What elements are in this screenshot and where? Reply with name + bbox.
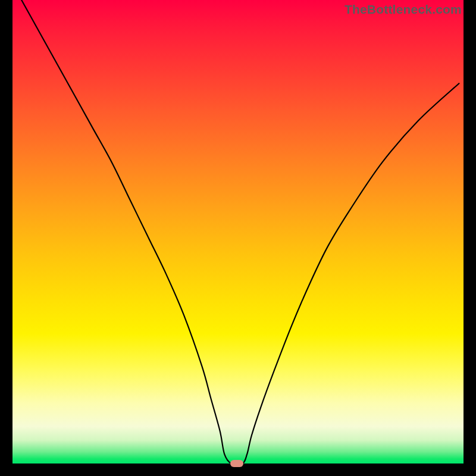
- optimal-marker: [230, 460, 243, 467]
- bottleneck-curve: [12, 0, 464, 464]
- attribution-label: TheBottleneck.com: [345, 2, 462, 17]
- chart-viewport: TheBottleneck.com: [0, 0, 476, 476]
